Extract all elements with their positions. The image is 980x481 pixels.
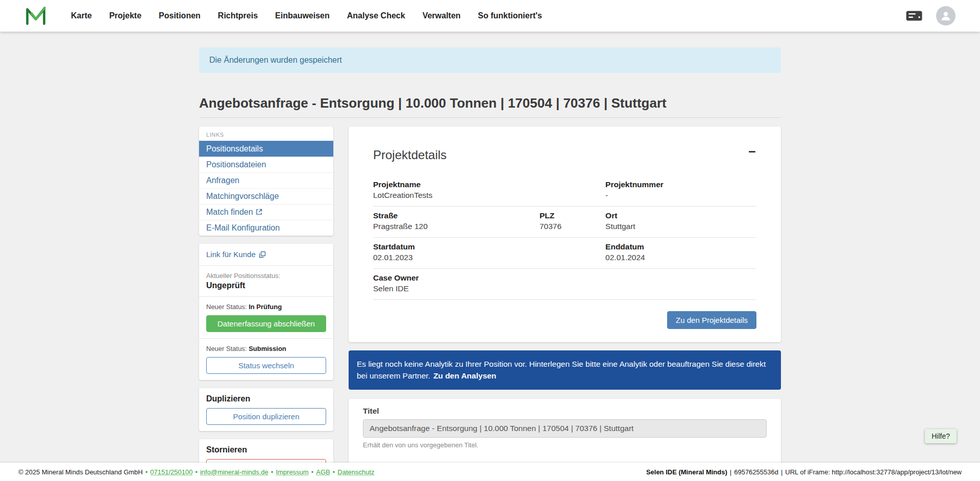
strasse-label: Straße [373,211,540,220]
current-status-value: Ungeprüft [206,281,326,290]
nav-item-so-funktionierts[interactable]: So funktioniert's [469,0,551,32]
project-row-1: Projektname LotCreationTests Projektnumm… [373,175,756,207]
plz-value: 70376 [540,222,605,231]
sidebar-item-matchingvorschlaege[interactable]: Matchingvorschläge [199,188,333,204]
startdatum-label: Startdatum [373,242,605,251]
page-header: Angebotsanfrage - Entsorgung | 10.000 To… [199,95,781,118]
separator-dot: • [195,468,198,476]
main-nav: Karte Projekte Positionen Richtpreis Ein… [62,0,551,32]
ort-label: Ort [605,211,756,220]
user-icon [940,10,952,22]
nav-item-einbauweisen[interactable]: Einbauweisen [266,0,338,32]
plz-label: PLZ [540,211,605,220]
projektname-value: LotCreationTests [373,191,605,200]
sidebar-item-match-finden[interactable]: Match finden [199,204,333,220]
cancel-title: Stornieren [206,445,326,454]
current-status-label: Aktueller Positionsstatus: [206,272,326,280]
footer-phone-link[interactable]: 07151/250100 [150,468,192,476]
project-details-button[interactable]: Zu den Projektdetails [667,311,756,329]
titel-help: Erhält den von uns vorgegebenen Titel. [363,441,767,449]
separator-dot: • [333,468,335,476]
footer-impressum-link[interactable]: Impressum [276,468,308,476]
nav-item-positionen[interactable]: Positionen [150,0,209,32]
project-row-3: Startdatum 02.01.2023 Enddatum 02.01.202… [373,238,756,269]
separator-dot: • [271,468,274,476]
footer-iframe-url: URL of iFrame: http://localhost:32778/ap… [785,468,962,476]
enddatum-label: Enddatum [605,242,756,251]
projektname-label: Projektname [373,180,605,189]
analytics-banner-text: Es liegt noch keine Analytik zu Ihrer Po… [357,360,766,380]
user-avatar[interactable] [936,6,955,26]
links-card: LINKS Positionsdetails Positionsdateien … [199,126,333,236]
analytics-banner-link[interactable]: Zu den Analysen [433,371,496,380]
cancel-card: Stornieren Stornieren [199,439,333,463]
projektnummer-label: Projektnummer [605,180,756,189]
separator-pipe: | [781,468,782,476]
footer-email-link[interactable]: info@mineral-minds.de [200,468,268,476]
top-nav: Karte Projekte Positionen Richtpreis Ein… [0,0,980,32]
project-row-2: Straße Pragstraße 120 PLZ 70376 Ort Stut… [373,207,756,238]
nav-item-analyse-check[interactable]: Analyse Check [338,0,414,32]
separator-dot: • [311,468,314,476]
alert-message: Die Änderungen wurden gespeichert [209,56,342,64]
server-icon[interactable] [905,10,923,21]
nav-item-verwalten[interactable]: Verwalten [414,0,470,32]
cancel-dropdown-button[interactable]: Stornieren [206,459,326,463]
duplicate-card: Duplizieren Position duplizieren [199,388,333,431]
startdatum-value: 02.01.2023 [373,253,605,262]
main-column: Projektdetails Projektname LotCreationTe… [349,126,781,463]
duplicate-position-button[interactable]: Position duplizieren [206,408,326,425]
project-details-title: Projektdetails [373,148,447,162]
sidebar-item-positionsdetails[interactable]: Positionsdetails [199,141,333,157]
sidebar-item-anfragen[interactable]: Anfragen [199,172,333,188]
app-window: Karte Projekte Positionen Richtpreis Ein… [0,0,980,481]
titel-input [363,419,767,438]
ort-value: Stuttgart [605,222,756,231]
footer-session-id: 69576255536d [734,468,778,476]
footer-datenschutz-link[interactable]: Datenschutz [337,468,374,476]
external-link-icon [256,208,262,216]
complete-data-entry-button[interactable]: Datenerfassung abschließen [206,315,326,332]
separator-dot: • [145,468,148,476]
collapse-button[interactable] [748,148,756,156]
projektnummer-value: - [605,191,756,200]
titel-label: Titel [363,407,767,416]
page-content: Die Änderungen wurden gespeichert Angebo… [0,32,980,463]
collapse-minus-icon [749,151,755,153]
separator-pipe: | [730,468,731,476]
enddatum-value: 02.01.2024 [605,253,756,262]
duplicate-title: Duplizieren [206,394,326,403]
brand-logo[interactable] [24,5,47,27]
help-button[interactable]: Hilfe? [925,429,957,443]
links-card-header: LINKS [199,126,333,141]
sidebar-item-email-konfiguration[interactable]: E-Mail Konfiguration [199,220,333,236]
customer-link[interactable]: Link für Kunde [206,250,266,259]
project-details-card: Projektdetails Projektname LotCreationTe… [349,126,781,342]
footer-user-info: Selen IDE (Mineral Minds) [646,468,727,476]
next-status-line-2: Neuer Status: Submission [206,345,326,352]
nav-item-karte[interactable]: Karte [62,0,101,32]
nav-item-projekte[interactable]: Projekte [101,0,150,32]
success-alert: Die Änderungen wurden gespeichert [199,47,781,73]
nav-item-richtpreis[interactable]: Richtpreis [209,0,266,32]
case-owner-label: Case Owner [373,273,756,283]
footer-copyright: © 2025 Mineral Minds Deutschland GmbH [18,468,143,476]
mineral-minds-logo-icon [24,5,47,27]
switch-status-button[interactable]: Status wechseln [206,357,326,374]
strasse-value: Pragstraße 120 [373,222,540,231]
footer-agb-link[interactable]: AGB [316,468,330,476]
status-card: Link für Kunde Aktueller Positionsstatus… [199,244,333,380]
page-title: Angebotsanfrage - Entsorgung | 10.000 To… [199,95,781,111]
nav-right [905,6,955,26]
sidebar: LINKS Positionsdetails Positionsdateien … [199,126,333,463]
sidebar-item-positionsdateien[interactable]: Positionsdateien [199,157,333,172]
project-row-4: Case Owner Selen IDE [373,269,756,300]
next-status-line-1: Neuer Status: In Prüfung [206,303,326,311]
copy-icon [259,251,266,258]
footer: © 2025 Mineral Minds Deutschland GmbH • … [0,463,980,481]
position-form-card: Titel Erhält den von uns vorgegebenen Ti… [349,399,781,463]
case-owner-value: Selen IDE [373,284,756,293]
analytics-banner: Es liegt noch keine Analytik zu Ihrer Po… [349,350,781,390]
